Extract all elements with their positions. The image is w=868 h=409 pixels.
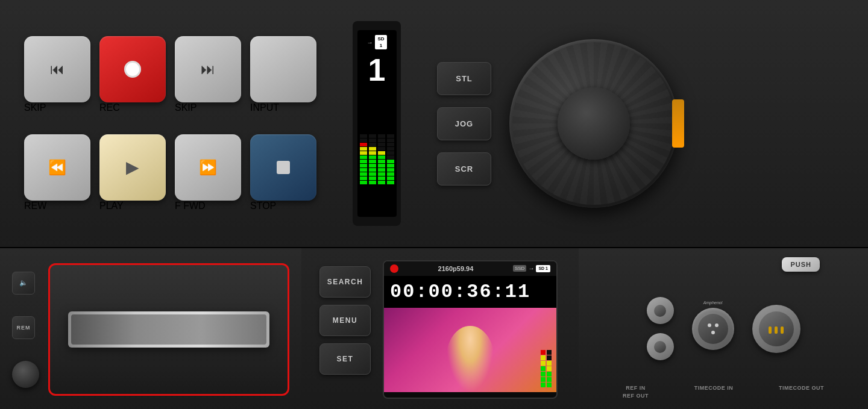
input-button[interactable] (250, 36, 316, 102)
screen-top-bar: 2160p59.94 SSD → SD 1 (384, 261, 556, 276)
ssd-badge: SSD (513, 265, 526, 272)
vu-meters-slot (360, 88, 394, 184)
timecode-display: 00:00:36:11 (384, 276, 556, 308)
rewind-icon: ⏪ (48, 159, 66, 176)
slot-arrow: → (366, 39, 373, 46)
ref-in-connector (647, 297, 674, 324)
menu-label: MENU (333, 316, 357, 325)
play-icon: ▶ (126, 157, 139, 177)
slot-sd-badge: SD 1 (375, 35, 386, 49)
skip-fwd-icon: ⏭ (201, 61, 215, 78)
vu-meter-3 (378, 134, 385, 184)
ffwd-button[interactable]: ⏩ (175, 134, 241, 201)
rem-button[interactable]: REM (12, 316, 35, 339)
stl-button[interactable]: STL (437, 62, 491, 95)
skip-back-icon: ⏮ (50, 61, 64, 78)
bnc-inner-1 (654, 305, 666, 317)
play-label: PLAY (99, 201, 124, 211)
amphenol-label: Amphenol (703, 301, 723, 305)
right-controls: STL JOG SCR (437, 39, 844, 208)
timecode-out-connector (752, 305, 800, 353)
xlr-pin-1 (708, 323, 711, 327)
vu-meter-2 (369, 134, 376, 184)
timecode-out-group (752, 305, 800, 353)
xlr-pin-2 (715, 323, 719, 327)
speaker-icon: 🔈 (19, 279, 28, 287)
screen-vu-2 (547, 345, 552, 387)
transport-row-1: ⏮ SKIP REC ⏭ SKIP (24, 36, 316, 113)
bottom-connector-labels: REF IN REF OUT TIMECODE IN TIMECODE OUT (594, 385, 853, 399)
screen-preview (384, 308, 556, 392)
search-label: SEARCH (327, 278, 363, 286)
ffwd-icon: ⏩ (199, 159, 217, 176)
bottom-right-panel: PUSH (579, 248, 868, 409)
display-screen: 2160p59.94 SSD → SD 1 00:00:36:11 (383, 260, 558, 399)
gold-pins (769, 326, 784, 334)
screen-sd-badge: SD 1 (536, 265, 550, 272)
gold-pin-3 (781, 326, 784, 334)
timecode-value: 00:00:36:11 (390, 281, 530, 303)
vu-meter-4 (387, 134, 394, 184)
xlr-pin-3 (711, 331, 715, 334)
singer-silhouette (446, 326, 494, 392)
timecode-in-connector: Amphenol (692, 308, 734, 350)
set-button[interactable]: SET (319, 343, 371, 375)
record-icon (124, 61, 141, 78)
top-section: ⏮ SKIP REC ⏭ SKIP (0, 0, 868, 247)
timecode-in-label: TIMECODE IN (694, 385, 734, 399)
transport-row-2: ⏪ REW ▶ PLAY ⏩ F FWD (24, 134, 316, 211)
jog-button[interactable]: JOG (437, 107, 491, 140)
bottom-left-panel: 🔈 REM (0, 248, 301, 409)
scr-label: SCR (455, 164, 473, 173)
side-buttons: 🔈 REM (12, 272, 39, 388)
small-knob[interactable] (12, 361, 39, 388)
speaker-button[interactable]: 🔈 (12, 272, 35, 295)
xlr-pins (708, 323, 719, 334)
push-button[interactable]: PUSH (782, 257, 820, 272)
scr-button[interactable]: SCR (437, 152, 491, 186)
rec-label: REC (99, 102, 120, 113)
timecode-in-group: Amphenol (692, 308, 734, 350)
xlr-inner-female (698, 314, 728, 344)
jog-wheel[interactable] (509, 39, 678, 208)
ref-out-connector (647, 333, 674, 360)
transport-area: ⏮ SKIP REC ⏭ SKIP (24, 36, 316, 211)
stop-label: STOP (250, 201, 276, 211)
rem-label: REM (17, 325, 31, 331)
rew-button[interactable]: ⏪ (24, 134, 90, 201)
push-label: PUSH (790, 261, 811, 268)
media-slot[interactable] (48, 263, 289, 396)
screen-format: 2160p59.94 (438, 265, 474, 272)
set-label: SET (337, 355, 354, 363)
ref-out-label: REF OUT (623, 393, 649, 399)
skip-fwd-label: SKIP (175, 102, 197, 113)
main-container: ⏮ SKIP REC ⏭ SKIP (0, 0, 868, 409)
screen-storage-info: SSD → SD 1 (513, 265, 550, 272)
screen-vu-1 (541, 345, 546, 387)
menu-button[interactable]: MENU (319, 305, 371, 336)
nav-buttons: SEARCH MENU SET (319, 266, 371, 375)
wheel-center (558, 87, 630, 160)
bottom-section: 🔈 REM SEARCH MENU (0, 247, 868, 409)
vu-meters-screen (541, 345, 552, 387)
slot-number: 1 (368, 54, 386, 86)
skip-fwd-button[interactable]: ⏭ (175, 36, 241, 102)
wheel-orange-accent (672, 99, 684, 148)
vu-meter-1 (360, 134, 367, 184)
jog-wheel-container (509, 39, 678, 208)
connectors-area: Amphenol (594, 272, 853, 385)
input-label: INPUT (250, 102, 279, 113)
mode-buttons: STL JOG SCR (437, 62, 491, 186)
xlr-male-inner (759, 311, 794, 346)
rec-indicator (390, 264, 398, 273)
rec-button[interactable] (99, 36, 166, 102)
search-button[interactable]: SEARCH (319, 266, 371, 298)
skip-back-label: SKIP (24, 102, 46, 113)
slot-top-info: → SD 1 (366, 35, 386, 49)
jog-label: JOG (455, 119, 473, 128)
bnc-group (647, 297, 674, 360)
skip-back-button[interactable]: ⏮ (24, 36, 90, 102)
stop-button[interactable] (250, 134, 316, 201)
play-button[interactable]: ▶ (99, 134, 166, 201)
gold-pin-2 (775, 326, 778, 334)
